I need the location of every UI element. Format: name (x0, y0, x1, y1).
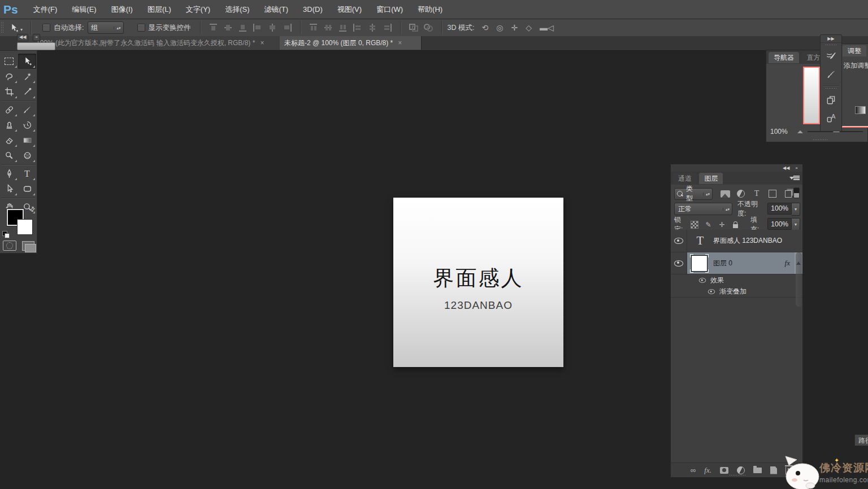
menu-file[interactable]: 文件(F) (26, 0, 65, 19)
tab-close-icon[interactable]: × (260, 39, 264, 47)
align-horizontal-centers-button[interactable] (268, 24, 277, 32)
distribute-top-edges-button[interactable] (309, 24, 318, 32)
menu-type[interactable]: 文字(Y) (179, 0, 218, 19)
3d-drag-icon[interactable]: ✛ (511, 23, 518, 32)
layer-filter-type-dropdown[interactable]: 类型 ▴▾ (674, 188, 713, 200)
expand-panels-icon[interactable]: ▶▶ (821, 35, 841, 43)
distribute-bottom-edges-button[interactable] (338, 24, 348, 32)
lock-position-icon[interactable]: ✛ (718, 221, 726, 229)
tab-adjustments[interactable]: 调整 (843, 45, 866, 56)
align-left-edges-button[interactable] (253, 24, 262, 32)
3d-slide-icon[interactable]: ◇ (526, 23, 532, 32)
default-colors-icon[interactable] (2, 231, 10, 238)
distribute-left-edges-button[interactable] (353, 24, 362, 32)
layer-row-selected[interactable]: 图层 0 fx (671, 252, 802, 274)
opacity-value-field[interactable]: 100% (767, 203, 792, 215)
pen-tool[interactable] (0, 166, 18, 181)
auto-align-layers-button[interactable] (409, 24, 418, 32)
menu-select[interactable]: 选择(S) (218, 0, 257, 19)
menu-help[interactable]: 帮助(H) (410, 0, 450, 19)
filter-type-layers-icon[interactable]: T (752, 190, 762, 198)
effects-group-row[interactable]: 效果 (671, 274, 802, 286)
collapse-panel-icon[interactable]: ◀◀ (17, 34, 28, 41)
brush-panel-icon[interactable] (821, 66, 841, 84)
document-tab-inactive[interactable]: 100% (此为官方版本,附带了永久激活码 输入激活码变永久授权, RGB/8)… (17, 36, 303, 50)
move-tool-preset-icon[interactable] (7, 21, 20, 34)
navigator-proxy-preview[interactable] (803, 67, 820, 124)
align-top-edges-button[interactable] (209, 24, 218, 32)
layer-visibility-toggle[interactable] (671, 230, 687, 252)
layer-style-icon[interactable]: fx. (704, 466, 711, 475)
clone-stamp-tool[interactable] (0, 117, 18, 133)
blur-sphere-tool[interactable] (18, 148, 36, 163)
collapse-panel-icon[interactable]: ◀◀ (783, 165, 789, 171)
lasso-tool[interactable] (0, 69, 18, 84)
fill-dropdown-icon[interactable]: ▾ (792, 218, 800, 231)
align-bottom-edges-button[interactable] (238, 24, 248, 32)
navigator-zoom-value[interactable]: 100% (770, 128, 797, 136)
eye-icon[interactable] (699, 278, 706, 283)
character-styles-panel-icon[interactable]: A (821, 109, 841, 127)
align-right-edges-button[interactable] (283, 24, 292, 32)
menu-layer[interactable]: 图层(L) (140, 0, 179, 19)
eye-icon[interactable] (708, 289, 715, 294)
layers-scrollbar[interactable] (796, 252, 802, 307)
dodge-tool[interactable] (0, 148, 18, 163)
menu-view[interactable]: 视图(V) (330, 0, 369, 19)
close-panel-icon[interactable]: × (33, 34, 40, 41)
tool-preset-caret-icon[interactable]: ▾ (20, 27, 23, 32)
quick-mask-button[interactable] (3, 241, 16, 251)
lock-pixels-icon[interactable]: ✎ (704, 221, 712, 229)
distribute-right-edges-button[interactable] (383, 24, 392, 32)
layer-thumbnail[interactable] (691, 255, 708, 272)
show-transform-checkbox[interactable] (137, 24, 145, 32)
layer-name[interactable]: 界面感人 123DANBAO (713, 236, 782, 246)
path-selection-tool[interactable] (0, 181, 18, 197)
shape-tool[interactable] (18, 181, 36, 197)
menu-window[interactable]: 窗口(W) (369, 0, 410, 19)
clone-source-panel-icon[interactable] (821, 91, 841, 109)
menu-image[interactable]: 图像(I) (104, 0, 140, 19)
document-tab-active[interactable]: 未标题-2 @ 100% (图层 0, RGB/8) * × (280, 36, 422, 50)
layer-visibility-toggle[interactable] (671, 252, 687, 274)
menu-3d[interactable]: 3D(D) (296, 0, 330, 19)
distribute-horizontal-centers-button[interactable] (368, 24, 377, 32)
filter-shape-layers-icon[interactable] (767, 190, 778, 198)
layer-filtering-switch[interactable] (793, 187, 800, 198)
eraser-tool[interactable] (0, 133, 18, 148)
tab-close-icon[interactable]: × (398, 39, 402, 47)
panel-resize-grip[interactable] (729, 474, 746, 477)
layer-name[interactable]: 图层 0 (713, 259, 732, 268)
fill-value-field[interactable]: 100% (767, 218, 792, 230)
filter-adjustment-layers-icon[interactable] (736, 190, 746, 198)
layer-mask-icon[interactable] (720, 467, 728, 474)
magic-wand-tool[interactable] (18, 69, 36, 84)
3d-rotate-icon[interactable]: ⟲ (481, 23, 488, 32)
filter-smart-objects-icon[interactable] (783, 190, 793, 198)
align-vertical-centers-button[interactable] (224, 24, 233, 32)
tab-layers[interactable]: 图层 (699, 173, 723, 184)
tab-paths[interactable]: 路径 (854, 434, 868, 446)
effect-row-gradient-overlay[interactable]: 渐变叠加 (671, 286, 802, 298)
brush-tool[interactable] (18, 102, 36, 117)
auto-select-checkbox[interactable] (42, 24, 50, 32)
spin-arrows-icon[interactable]: ▴▾ (114, 27, 123, 29)
auto-select-target-dropdown[interactable]: 组 ▴▾ (88, 21, 124, 34)
distribute-vertical-centers-button[interactable] (324, 24, 333, 32)
zoom-out-icon[interactable] (797, 130, 803, 133)
menu-edit[interactable]: 编辑(E) (64, 0, 103, 19)
history-brush-tool[interactable] (18, 117, 36, 133)
move-tool[interactable] (18, 54, 36, 69)
screen-mode-button[interactable] (22, 241, 34, 251)
gradient-tool[interactable] (18, 133, 36, 148)
3d-camera-icon[interactable]: ▬◁ (540, 23, 554, 32)
new-layer-icon[interactable] (770, 466, 777, 474)
layer-row-text[interactable]: T 界面感人 123DANBAO (671, 230, 802, 252)
lock-transparency-icon[interactable] (691, 221, 698, 229)
filter-pixel-layers-icon[interactable] (720, 190, 730, 198)
adjustment-layer-icon[interactable] (737, 466, 745, 474)
levels-adjustment-icon[interactable] (855, 106, 866, 114)
panel-menu-icon[interactable] (791, 175, 800, 181)
collapsed-panel-bar[interactable] (17, 42, 55, 50)
link-layers-icon[interactable]: ∞ (691, 466, 696, 474)
